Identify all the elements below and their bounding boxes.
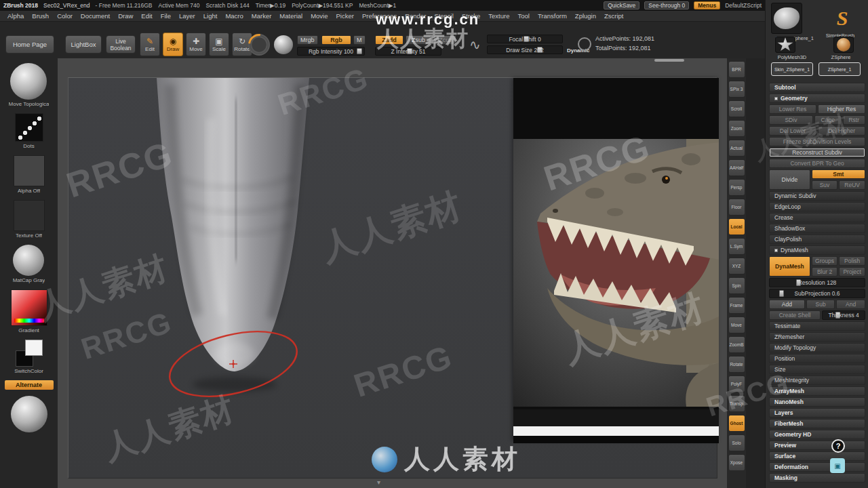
section-claypolish[interactable]: ClayPolish [769, 235, 865, 244]
shelf-toggle-spix-3[interactable]: SPix 3 [728, 81, 745, 98]
home-page-button[interactable]: Home Page [5, 35, 54, 54]
shelf-toggle-rotate[interactable]: Rotate [728, 356, 745, 373]
leftshelf-gradient[interactable]: Gradient [11, 289, 47, 333]
button-groups[interactable]: Groups [812, 256, 838, 266]
menu-stroke[interactable]: Stroke [458, 12, 484, 20]
tool-thumb-zsphere-1[interactable]: ZSphere_1 [818, 62, 861, 76]
button-polish[interactable]: Polish [839, 256, 865, 266]
section-zremesher[interactable]: ZRemesher [769, 332, 865, 342]
section-meshintegrity[interactable]: MeshIntegrity [769, 375, 865, 385]
palette-surface[interactable]: Surface [769, 451, 865, 461]
rgb-intensity-handle[interactable] [357, 48, 362, 54]
button-blur-2[interactable]: Blur 2 [812, 267, 838, 277]
mode-scale[interactable]: ▣Scale [209, 33, 229, 56]
shelf-toggle-zoom[interactable]: Zoom [728, 120, 745, 137]
button-del-higher[interactable]: Del Higher [818, 126, 865, 136]
menu-document[interactable]: Document [77, 12, 113, 20]
section-shadowbox[interactable]: ShadowBox [769, 224, 865, 233]
button-project[interactable]: Project [839, 267, 865, 277]
shelf-toggle-frame[interactable]: Frame [728, 297, 745, 314]
shelf-toggle-solo[interactable]: Solo [728, 434, 745, 451]
menu-texture[interactable]: Texture [485, 12, 513, 20]
draw-size-slider[interactable]: Draw Size 202 [487, 45, 563, 54]
zadd-button[interactable]: Zadd [375, 35, 403, 45]
leftshelf-matcap-gray[interactable]: MatCap Gray [13, 245, 45, 283]
button-rstr[interactable]: Rstr [843, 115, 865, 125]
menus-button[interactable]: Menus [694, 1, 720, 9]
mode-move[interactable]: ✚Move [186, 33, 206, 56]
menu-layer[interactable]: Layer [176, 12, 199, 20]
button-divide[interactable]: Divide [769, 169, 810, 190]
button-sdiv[interactable]: SDiv [769, 115, 813, 125]
shelf-toggle-xyz[interactable]: XYZ [728, 258, 745, 274]
section-tessimate[interactable]: Tessimate [769, 321, 865, 331]
menu-macro[interactable]: Macro [222, 12, 246, 20]
menu-draw[interactable]: Draw [115, 12, 136, 20]
menu-render[interactable]: Render [401, 12, 429, 20]
section-modify-topology[interactable]: Modify Topology [769, 343, 865, 352]
leftshelf-item[interactable] [11, 396, 47, 432]
menu-stencil[interactable]: Stencil [431, 12, 457, 20]
button-add[interactable]: Add [769, 300, 805, 309]
mode-draw[interactable]: ◉Draw [163, 33, 183, 56]
menu-alpha[interactable]: Alpha [4, 12, 27, 20]
default-zscript-button[interactable]: DefaultZScript [725, 2, 762, 9]
shelf-toggle-actual[interactable]: Actual [728, 140, 745, 157]
see-through-slider[interactable]: See-through 0 [644, 1, 689, 9]
mode-edit[interactable]: ✎Edit [140, 33, 160, 56]
zcut-button[interactable]: Zcut [433, 35, 456, 45]
button-smt[interactable]: Smt [812, 169, 865, 179]
menu-light[interactable]: Light [200, 12, 221, 20]
shelf-toggle-local[interactable]: Local [728, 218, 745, 235]
shelf-toggle-scroll[interactable]: Scroll [728, 100, 745, 117]
quicksave-button[interactable]: QuickSave [604, 1, 639, 9]
zsub-button[interactable]: Zsub [406, 35, 431, 45]
help-button[interactable]: ? [831, 439, 845, 453]
tool-thumb-polymesh3d[interactable] [775, 37, 795, 53]
leftshelf-alternate[interactable]: Alternate [5, 380, 54, 390]
slider-thickness-4[interactable]: Thickness 4 [822, 310, 865, 320]
button-del-lower[interactable]: Del Lower [769, 126, 816, 136]
z-intensity-slider[interactable]: Z Intensity 51 [375, 47, 441, 56]
shelf-toggle-l-sym[interactable]: L.Sym [728, 238, 745, 255]
shelf-toggle-xpose[interactable]: Xpose [728, 454, 745, 471]
rgb-intensity-slider[interactable]: Rgb Intensity 100 [297, 47, 365, 56]
shelf-toggle-polyf[interactable]: PolyF [728, 375, 745, 392]
palette-subtool[interactable]: Subtool [769, 83, 865, 92]
menu-file[interactable]: File [157, 12, 174, 20]
shelf-toggle-ghost[interactable]: Ghost [728, 415, 745, 432]
menu-marker[interactable]: Marker [248, 12, 275, 20]
palette-fibermesh[interactable]: FiberMesh [769, 419, 865, 428]
shelf-toggle-transp[interactable]: Transp [728, 395, 745, 412]
button-create-shell[interactable]: Create Shell [769, 310, 821, 320]
leftshelf-switchcolor[interactable]: SwitchColor [14, 340, 43, 374]
shelf-toggle-persp[interactable]: Persp [728, 179, 745, 196]
button-reuv[interactable]: ReUV [839, 180, 865, 190]
tool-thumb-simplebrush[interactable]: S [831, 7, 854, 30]
section-position[interactable]: Position [769, 354, 865, 363]
menu-edit[interactable]: Edit [138, 12, 155, 20]
section-size[interactable]: Size [769, 365, 865, 374]
button-higher-res[interactable]: Higher Res [818, 104, 865, 114]
menu-movie[interactable]: Movie [307, 12, 331, 20]
canvas-resize-handle[interactable]: ▾ [377, 479, 380, 486]
shelf-toggle-zoomb[interactable]: ZoomB [728, 336, 745, 353]
slider-subprojection-0-6[interactable]: SubProjection 0.6 [769, 289, 865, 298]
shelf-toggle-move[interactable]: Move [728, 317, 745, 333]
button-cage[interactable]: Cage [814, 115, 842, 125]
palette-layers[interactable]: Layers [769, 408, 865, 418]
palette-preview[interactable]: Preview [769, 441, 865, 450]
live-boolean-button[interactable]: Live Boolean [106, 35, 136, 54]
section-dynamesh[interactable]: DynaMesh [769, 245, 865, 255]
menu-material[interactable]: Material [276, 12, 306, 20]
mrgb-button[interactable]: Mrgb [297, 35, 318, 45]
shelf-toggle-bpr[interactable]: BPR [728, 61, 745, 78]
slider-handle[interactable] [779, 290, 784, 297]
reference-image-panel[interactable] [513, 78, 719, 441]
palette-masking[interactable]: Masking [769, 473, 865, 483]
button-dynamesh[interactable]: DynaMesh [769, 256, 810, 277]
section-dynamic-subdiv[interactable]: Dynamic Subdiv [769, 191, 865, 201]
canvas-scrollbar[interactable] [654, 59, 684, 62]
button-sub[interactable]: Sub [806, 300, 835, 309]
button-convert-bpr-to-geo[interactable]: Convert BPR To Geo [769, 159, 865, 168]
